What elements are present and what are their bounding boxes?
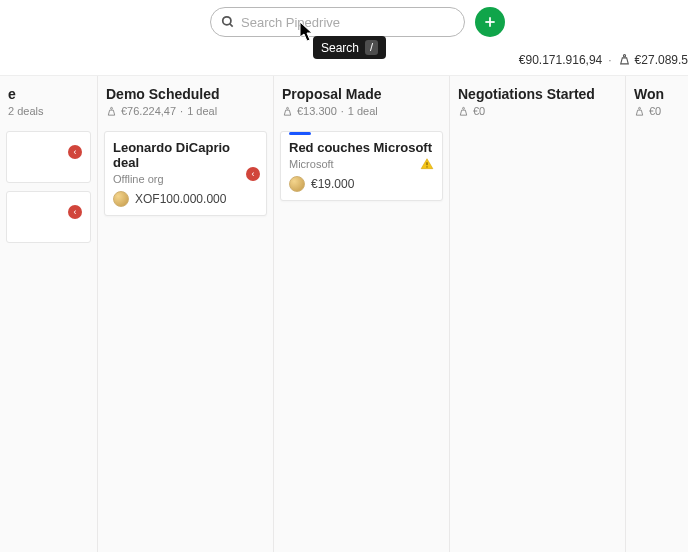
search-box[interactable]	[210, 7, 465, 37]
svg-line-1	[230, 24, 233, 27]
pipeline-column[interactable]: Negotiations Started€0	[450, 76, 626, 552]
top-bar: Search /	[0, 0, 688, 44]
search-input[interactable]	[241, 15, 454, 30]
summary-total: €90.171.916,94	[519, 53, 602, 67]
deal-card[interactable]: ‹	[6, 131, 91, 183]
svg-point-0	[223, 17, 231, 25]
plus-icon	[483, 15, 497, 29]
column-amount: €0	[473, 105, 485, 117]
svg-point-9	[463, 107, 465, 109]
deal-title: Red couches Microsoft	[289, 140, 434, 155]
weight-icon	[282, 106, 293, 117]
column-subtitle: 2 deals	[8, 105, 89, 117]
column-amount: €13.300	[297, 105, 337, 117]
column-header: Negotiations Started€0	[456, 84, 619, 123]
deal-footer: XOF100.000.000	[113, 191, 258, 207]
column-count: 1 deal	[348, 105, 378, 117]
weight-icon	[458, 106, 469, 117]
svg-rect-7	[426, 162, 427, 165]
column-header: e2 deals	[6, 84, 91, 123]
separator-dot: ·	[608, 53, 611, 67]
column-amount: €76.224,47	[121, 105, 176, 117]
add-button[interactable]	[475, 7, 505, 37]
column-header: Demo Scheduled€76.224,47 · 1 deal	[104, 84, 267, 123]
column-subtitle: €0	[458, 105, 617, 117]
column-title: Won	[634, 86, 678, 102]
column-subtitle: €76.224,47 · 1 deal	[106, 105, 265, 117]
card-accent	[289, 132, 311, 135]
overdue-badge: ‹	[68, 205, 82, 219]
search-icon	[221, 15, 235, 29]
deal-org: Offline org	[113, 173, 258, 185]
column-count: 2 deals	[8, 105, 43, 117]
avatar	[289, 176, 305, 192]
deal-card[interactable]: Red couches MicrosoftMicrosoft€19.000	[280, 131, 443, 201]
column-header: Won€0	[632, 84, 680, 123]
deal-card[interactable]: ‹	[6, 191, 91, 243]
svg-rect-8	[426, 166, 427, 167]
column-title: Negotiations Started	[458, 86, 617, 102]
pipeline-column[interactable]: e2 deals‹‹	[0, 76, 98, 552]
svg-point-4	[623, 55, 625, 57]
deal-org: Microsoft	[289, 158, 434, 170]
svg-point-5	[111, 107, 113, 109]
column-subtitle: €0	[634, 105, 678, 117]
pipeline-column[interactable]: Proposal Made€13.300 · 1 dealRed couches…	[274, 76, 450, 552]
tooltip-shortcut: /	[365, 40, 378, 55]
weight-icon	[106, 106, 117, 117]
deal-title: Leonardo DiCaprio deal	[113, 140, 258, 170]
weight-icon	[618, 53, 631, 66]
column-title: e	[8, 86, 89, 102]
weight-icon	[634, 106, 645, 117]
deal-card[interactable]: Leonardo DiCaprio dealOffline orgXOF100.…	[104, 131, 267, 216]
column-amount: €0	[649, 105, 661, 117]
tooltip-label: Search	[321, 41, 359, 55]
svg-point-6	[287, 107, 289, 109]
deal-value: €19.000	[311, 177, 354, 191]
column-count: 1 deal	[187, 105, 217, 117]
avatar	[113, 191, 129, 207]
column-header: Proposal Made€13.300 · 1 deal	[280, 84, 443, 123]
pipeline-column[interactable]: Won€0	[626, 76, 686, 552]
deal-footer: €19.000	[289, 176, 434, 192]
summary-weighted: €27.089.5	[618, 53, 688, 67]
warning-badge	[420, 157, 434, 175]
svg-point-10	[639, 107, 641, 109]
column-title: Proposal Made	[282, 86, 441, 102]
deal-value: XOF100.000.000	[135, 192, 226, 206]
pipeline-column[interactable]: Demo Scheduled€76.224,47 · 1 dealLeonard…	[98, 76, 274, 552]
overdue-badge: ‹	[68, 145, 82, 159]
search-tooltip: Search /	[313, 36, 386, 59]
column-title: Demo Scheduled	[106, 86, 265, 102]
pipeline-board: e2 deals‹‹Demo Scheduled€76.224,47 · 1 d…	[0, 76, 688, 552]
column-subtitle: €13.300 · 1 deal	[282, 105, 441, 117]
overdue-badge: ‹	[246, 167, 260, 181]
